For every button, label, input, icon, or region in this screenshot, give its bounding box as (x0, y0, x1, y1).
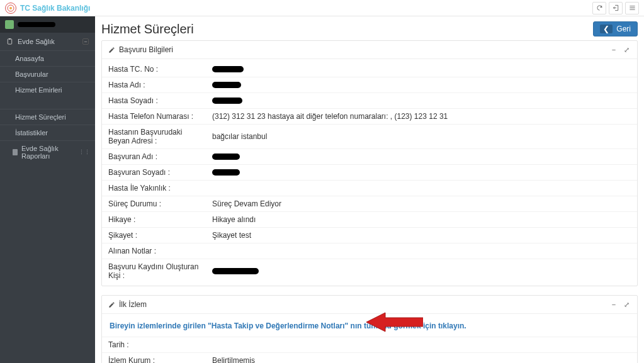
value-redacted (212, 82, 241, 88)
label-basvuran-adi: Başvuran Adı : (102, 149, 206, 164)
username-redacted (18, 22, 55, 27)
value-surec: Süreç Devam Ediyor (206, 196, 637, 211)
sidebar-item-raporlar[interactable]: Evde Sağlık Raporları ⋮⋮ (0, 140, 95, 164)
back-label: Geri (616, 25, 631, 33)
label-hikaye: Hikaye : (102, 212, 206, 227)
label-basvuran-soyadi: Başvuran Soyadı : (102, 165, 206, 180)
panel-collapse-button[interactable]: − (609, 301, 618, 308)
collapse-icon[interactable]: − (82, 38, 89, 45)
view-notes-link[interactable]: Bireyin izlemlerinde girilen "Hasta Taki… (110, 321, 466, 330)
label-olusturan: Başvuru Kaydını Oluşturan Kişi : (102, 259, 206, 283)
sidebar: Evde Sağlık − Anasayfa Başvurular Hizmet… (0, 16, 95, 363)
svg-rect-3 (9, 38, 11, 40)
panel-collapse-button[interactable]: − (609, 46, 618, 53)
panel-ilk-izlem: İlk İzlem − ⤢ Bireyin izlemlerinde giril… (101, 295, 638, 363)
refresh-button[interactable] (592, 2, 606, 14)
panel-basvuru-bilgileri: Başvuru Bilgileri − ⤢ Hasta TC. No : Has… (101, 40, 638, 286)
sidebar-item-hizmet-surecleri[interactable]: Hizmet Süreçleri (0, 109, 95, 125)
panel-title: Başvuru Bilgileri (119, 45, 173, 54)
sidebar-item-hizmet-emirleri[interactable]: Hizmet Emirleri (0, 82, 95, 98)
value-notlar (206, 243, 637, 259)
label-surec: Süreç Durumu : (102, 196, 206, 211)
main-content: Hizmet Süreçleri ❮ Geri Başvuru Bilgiler… (95, 16, 644, 363)
svg-rect-2 (8, 39, 11, 44)
value-izlem-kurum: Belirtilmemiş (206, 353, 637, 363)
logout-button[interactable] (609, 2, 623, 14)
page-title: Hizmet Süreçleri (101, 22, 194, 36)
sidebar-item-anasayfa[interactable]: Anasayfa (0, 50, 95, 66)
sidebar-section-label: Evde Sağlık (18, 38, 82, 45)
panel-expand-button[interactable]: ⤢ (622, 301, 631, 309)
value-redacted (212, 268, 259, 274)
sidebar-section-evde-saglik[interactable]: Evde Sağlık − (0, 33, 95, 50)
topbar: TC Sağlık Bakanlığı (0, 0, 644, 16)
profile-bar (0, 16, 95, 33)
label-hasta-adi: Hasta Adı : (102, 77, 206, 92)
brand-title: TC Sağlık Bakanlığı (20, 4, 90, 13)
report-icon (13, 149, 18, 155)
edit-icon (108, 301, 115, 308)
menu-button[interactable] (625, 2, 639, 14)
value-hikaye: Hikaye alındı (206, 212, 637, 227)
label-adres: Hastanın Başvurudaki Beyan Adresi : (102, 125, 206, 148)
value-redacted (212, 98, 242, 104)
label-izlem-kurum: İzlem Kurum : (102, 353, 206, 363)
panel-expand-button[interactable]: ⤢ (622, 46, 631, 54)
edit-icon (108, 47, 115, 53)
value-adres: bağcılar istanbul (206, 125, 637, 148)
value-redacted (212, 169, 240, 176)
label-tarih: Tarih : (102, 337, 206, 352)
grip-icon: ⋮⋮ (79, 149, 90, 155)
label-notlar: Alınan Notlar : (102, 243, 206, 259)
sidebar-item-istatistikler[interactable]: İstatistikler (0, 125, 95, 140)
label-hasta-tc: Hasta TC. No : (102, 62, 206, 77)
avatar (5, 20, 14, 29)
label-telefon: Hasta Telefon Numarası : (102, 109, 206, 124)
chevron-left-icon: ❮ (600, 25, 613, 33)
value-sikayet: Şikayet test (206, 228, 637, 243)
label-sikayet: Şikayet : (102, 228, 206, 243)
back-button[interactable]: ❮ Geri (593, 21, 638, 36)
brand-logo (5, 3, 16, 14)
value-tarih (206, 337, 637, 352)
value-redacted (212, 66, 244, 72)
label-yakinlik: Hasta İle Yakınlık : (102, 181, 206, 196)
clipboard-icon (6, 38, 14, 45)
sidebar-item-basvurular[interactable]: Başvurular (0, 66, 95, 82)
label-hasta-soyadi: Hasta Soyadı : (102, 93, 206, 108)
value-redacted (212, 154, 240, 160)
panel-title: İlk İzlem (119, 300, 147, 309)
svg-point-1 (9, 7, 12, 9)
value-yakinlik (206, 181, 637, 196)
value-telefon: (312) 312 31 23 hastaya ait diğer telefo… (206, 109, 637, 124)
